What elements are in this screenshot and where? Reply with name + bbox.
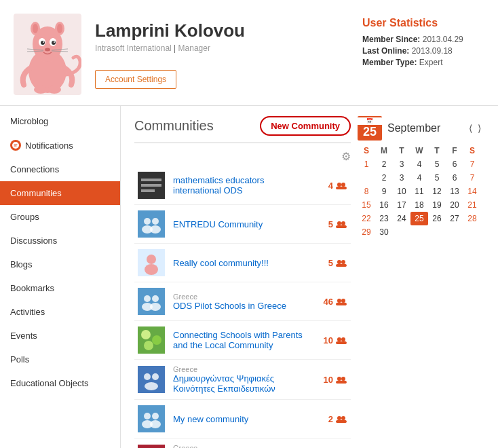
svg-point-41 <box>337 260 341 264</box>
member-type-value: Expert <box>419 58 443 67</box>
sidebar-item-communities[interactable]: Communities <box>0 181 120 205</box>
calendar-day[interactable]: 11 <box>410 185 428 198</box>
sidebar-item-educational-objects[interactable]: Educational Objects <box>0 371 120 395</box>
community-info: ENTREDU Community <box>173 219 313 229</box>
svg-rect-24 <box>141 189 155 192</box>
community-row: GreeceTeaching Philosophy at Primary & S… <box>134 438 351 448</box>
calendar-day[interactable]: 16 <box>375 198 393 212</box>
svg-rect-79 <box>138 445 165 448</box>
community-name[interactable]: Δημιουργώντας Ψηφιακές Κοινότητες Εκπαιδ… <box>173 373 313 394</box>
calendar-day[interactable]: 7 <box>463 157 481 171</box>
community-country: Greece <box>173 293 313 301</box>
svg-point-18 <box>34 86 47 94</box>
community-count: 2 <box>313 414 347 424</box>
calendar-day[interactable]: 27 <box>446 212 463 225</box>
calendar-day <box>428 225 446 239</box>
calendar-day[interactable]: 6 <box>446 171 463 185</box>
community-name[interactable]: ENTREDU Community <box>173 219 313 229</box>
header: Lamprini Kolovou Intrasoft International… <box>0 0 498 106</box>
sidebar-item-groups[interactable]: Groups <box>0 205 120 229</box>
calendar-day[interactable]: 4 <box>410 157 428 171</box>
member-since-row: Member Since: 2013.04.29 <box>362 35 484 44</box>
calendar-day[interactable]: 22 <box>358 212 375 225</box>
calendar-day <box>446 225 463 239</box>
community-thumb <box>138 172 165 199</box>
calendar-day[interactable]: 3 <box>393 171 410 185</box>
svg-point-58 <box>337 337 341 341</box>
community-name[interactable]: Really cool community!!! <box>173 258 313 268</box>
calendar-day[interactable]: 29 <box>358 225 375 239</box>
calendar-prev-button[interactable]: ⟨ <box>469 123 472 134</box>
community-info: mathematics educators international ODS <box>173 175 313 195</box>
community-name[interactable]: My new community <box>173 414 313 424</box>
community-count: 5 <box>313 219 347 229</box>
sidebar-item-label: Communities <box>10 188 62 198</box>
sidebar-item-events[interactable]: Events <box>0 324 120 348</box>
sidebar-item-bookmarks[interactable]: Bookmarks <box>0 276 120 300</box>
calendar-week-row: 1234567 <box>358 157 481 171</box>
new-community-button[interactable]: New Community <box>260 116 351 136</box>
calendar-day <box>358 171 375 185</box>
sidebar-item-blogs[interactable]: Blogs <box>0 253 120 276</box>
sidebar-item-polls[interactable]: Polls <box>0 348 120 371</box>
community-row: GreeceODS Pilot Schools in Greece46 <box>134 282 351 321</box>
calendar-nav: 📅 25 September ⟨ ⟩ <box>358 116 481 141</box>
calendar-next-button[interactable]: ⟩ <box>478 123 481 134</box>
community-thumb <box>138 210 165 238</box>
calendar-day[interactable]: 28 <box>463 212 481 225</box>
calendar-day[interactable]: 13 <box>446 185 463 198</box>
calendar-day[interactable]: 10 <box>393 185 410 198</box>
sidebar-item-notifications[interactable]: Notifications <box>0 133 120 157</box>
communities-section: Communities New Community ⚙ mathematics … <box>134 116 351 448</box>
calendar-day[interactable]: 5 <box>428 157 446 171</box>
calendar-week-row: 22232425262728 <box>358 212 481 225</box>
svg-point-39 <box>147 255 156 264</box>
svg-point-40 <box>145 264 158 275</box>
calendar-day[interactable]: 12 <box>428 185 446 198</box>
calendar-day[interactable]: 26 <box>428 212 446 225</box>
community-thumb <box>138 366 165 393</box>
community-count-value: 5 <box>328 219 333 229</box>
calendar-day[interactable]: 17 <box>393 198 410 212</box>
community-name[interactable]: Connecting Schools with Parents and the … <box>173 330 313 350</box>
calendar-day[interactable]: 18 <box>410 198 428 212</box>
svg-point-72 <box>152 413 159 419</box>
svg-point-47 <box>152 295 159 302</box>
gear-icon[interactable]: ⚙ <box>341 150 351 163</box>
sidebar-item-microblog[interactable]: Microblog <box>0 109 120 133</box>
calendar-day[interactable]: 9 <box>375 185 393 198</box>
calendar-day[interactable]: 2 <box>375 171 393 185</box>
calendar-day[interactable]: 20 <box>446 198 463 212</box>
calendar-day[interactable]: 30 <box>375 225 393 239</box>
community-name[interactable]: mathematics educators international ODS <box>173 175 313 195</box>
svg-point-50 <box>337 299 341 303</box>
svg-point-10 <box>52 41 56 45</box>
calendar-day[interactable]: 14 <box>463 185 481 198</box>
calendar-day[interactable]: 2 <box>375 157 393 171</box>
svg-point-6 <box>57 24 62 33</box>
calendar-day[interactable]: 15 <box>358 198 375 212</box>
calendar-day[interactable]: 4 <box>410 171 428 185</box>
calendar-day[interactable]: 5 <box>428 171 446 185</box>
sidebar-item-activities[interactable]: Activities <box>0 300 120 324</box>
calendar-day[interactable]: 25 <box>410 212 428 225</box>
calendar-day[interactable]: 24 <box>393 212 410 225</box>
calendar-day[interactable]: 3 <box>393 157 410 171</box>
calendar-day[interactable]: 23 <box>375 212 393 225</box>
calendar-day[interactable]: 19 <box>428 198 446 212</box>
community-row: GreeceΔημιουργώντας Ψηφιακές Κοινότητες … <box>134 360 351 400</box>
calendar-day[interactable]: 6 <box>446 157 463 171</box>
calendar-day[interactable]: 1 <box>358 157 375 171</box>
sidebar-item-connections[interactable]: Connections <box>0 157 120 181</box>
user-subtitle: Intrasoft International | Manager <box>95 43 362 53</box>
calendar-day[interactable]: 7 <box>463 171 481 185</box>
sidebar-item-label: Microblog <box>10 116 48 126</box>
calendar-day[interactable]: 21 <box>463 198 481 212</box>
svg-point-5 <box>33 24 38 33</box>
sidebar-item-discussions[interactable]: Discussions <box>0 229 120 253</box>
community-name[interactable]: ODS Pilot Schools in Greece <box>173 301 313 311</box>
svg-point-55 <box>141 330 151 339</box>
calendar-day[interactable]: 8 <box>358 185 375 198</box>
account-settings-button[interactable]: Account Settings <box>95 70 176 89</box>
sidebar-item-label: Notifications <box>25 141 73 151</box>
